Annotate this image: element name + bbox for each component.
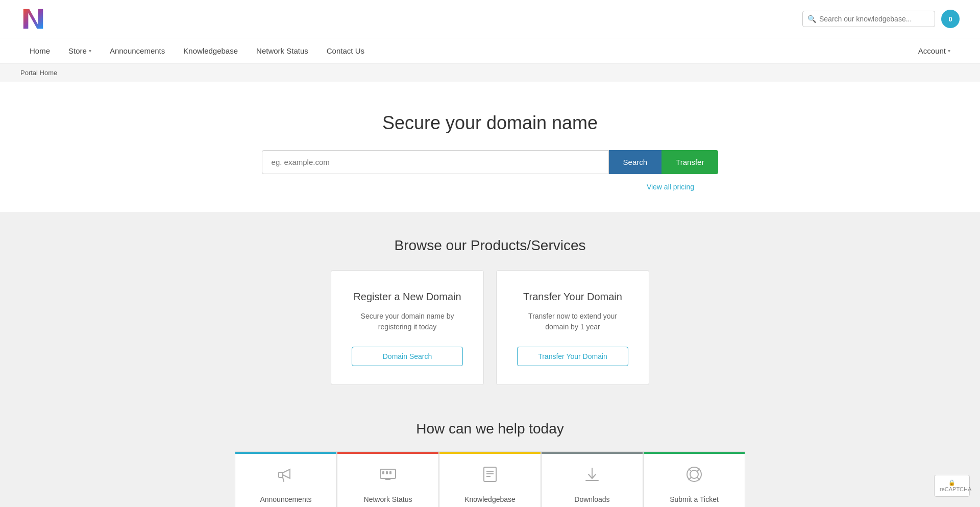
help-section-title: How can we help today <box>20 421 960 437</box>
help-card-network-label: Network Status <box>346 495 430 503</box>
svg-point-15 <box>690 470 698 478</box>
help-section: How can we help today Announcements <box>10 411 970 507</box>
nav-bar: Home Store ▾ Announcements Knowledgebase… <box>0 38 980 64</box>
nav-left: Home Store ▾ Announcements Knowledgebase… <box>20 38 374 63</box>
hero-title: Secure your domain name <box>10 112 970 134</box>
cart-button[interactable]: 0 <box>941 10 960 28</box>
hero-section: Secure your domain name Search Transfer … <box>0 82 980 212</box>
search-button[interactable]: Search <box>609 150 662 174</box>
domain-search-bar: Search Transfer <box>10 150 970 174</box>
nav-item-knowledgebase[interactable]: Knowledgebase <box>174 38 247 63</box>
products-section: Browse our Products/Services Register a … <box>0 212 980 507</box>
products-section-title: Browse our Products/Services <box>10 237 970 254</box>
downloads-icon <box>550 464 634 489</box>
svg-rect-2 <box>279 472 283 477</box>
logo-area <box>20 6 46 32</box>
transfer-button[interactable]: Transfer <box>662 150 718 174</box>
help-card-downloads[interactable]: Downloads <box>541 451 643 507</box>
nav-item-account[interactable]: Account ▾ <box>909 38 960 63</box>
nav-item-home[interactable]: Home <box>20 38 59 63</box>
header: 🔍 0 <box>0 0 980 38</box>
products-grid: Register a New Domain Secure your domain… <box>245 270 735 385</box>
breadcrumb: Portal Home <box>0 64 980 82</box>
help-card-submit-ticket[interactable]: Submit a Ticket <box>643 451 745 507</box>
transfer-domain-button[interactable]: Transfer Your Domain <box>517 347 628 366</box>
help-card-downloads-label: Downloads <box>550 495 634 503</box>
svg-rect-6 <box>389 471 391 474</box>
store-chevron-icon: ▾ <box>89 48 91 54</box>
view-pricing-wrapper: View all pricing <box>286 182 694 191</box>
domain-search-input[interactable] <box>262 150 609 174</box>
help-card-network-status[interactable]: Network Status <box>337 451 439 507</box>
help-card-announcements[interactable]: Announcements <box>235 451 337 507</box>
logo-icon <box>20 6 46 32</box>
recaptcha-badge: 🔒 reCAPTCHA <box>934 475 970 497</box>
search-kb-icon: 🔍 <box>807 15 816 23</box>
cart-count: 0 <box>948 15 952 23</box>
knowledgebase-search-input[interactable] <box>802 11 935 27</box>
recaptcha-label: reCAPTCHA <box>940 486 964 492</box>
help-card-submit-ticket-label: Submit a Ticket <box>652 495 737 503</box>
svg-rect-4 <box>382 471 384 474</box>
submit-ticket-icon <box>652 464 737 489</box>
domain-search-button[interactable]: Domain Search <box>352 347 463 366</box>
nav-item-store[interactable]: Store ▾ <box>59 38 101 63</box>
recaptcha-text: 🔒 <box>940 479 964 486</box>
product-card-transfer-desc: Transfer now to extend your domain by 1 … <box>517 311 628 332</box>
nav-item-network-status[interactable]: Network Status <box>247 38 317 63</box>
help-card-announcements-label: Announcements <box>243 495 328 503</box>
nav-item-announcements[interactable]: Announcements <box>101 38 174 63</box>
product-card-register-desc: Secure your domain name by registering i… <box>352 311 463 332</box>
account-chevron-icon: ▾ <box>948 48 950 54</box>
product-card-register-title: Register a New Domain <box>352 291 463 303</box>
help-card-knowledgebase[interactable]: Knowledgebase <box>439 451 541 507</box>
view-all-pricing-link[interactable]: View all pricing <box>647 183 694 191</box>
nav-item-contact-us[interactable]: Contact Us <box>317 38 374 63</box>
knowledgebase-search-wrapper: 🔍 <box>802 11 935 27</box>
product-card-transfer: Transfer Your Domain Transfer now to ext… <box>496 270 649 385</box>
help-cards-grid: Announcements Network Status <box>184 451 796 507</box>
knowledgebase-icon <box>448 464 532 489</box>
network-status-icon <box>346 464 430 489</box>
svg-rect-5 <box>386 471 388 474</box>
help-card-knowledgebase-label: Knowledgebase <box>448 495 532 503</box>
nav-right: Account ▾ <box>909 38 960 63</box>
header-right: 🔍 0 <box>802 10 960 28</box>
product-card-transfer-title: Transfer Your Domain <box>517 291 628 303</box>
product-card-register: Register a New Domain Secure your domain… <box>331 270 484 385</box>
announcements-icon <box>243 464 328 489</box>
